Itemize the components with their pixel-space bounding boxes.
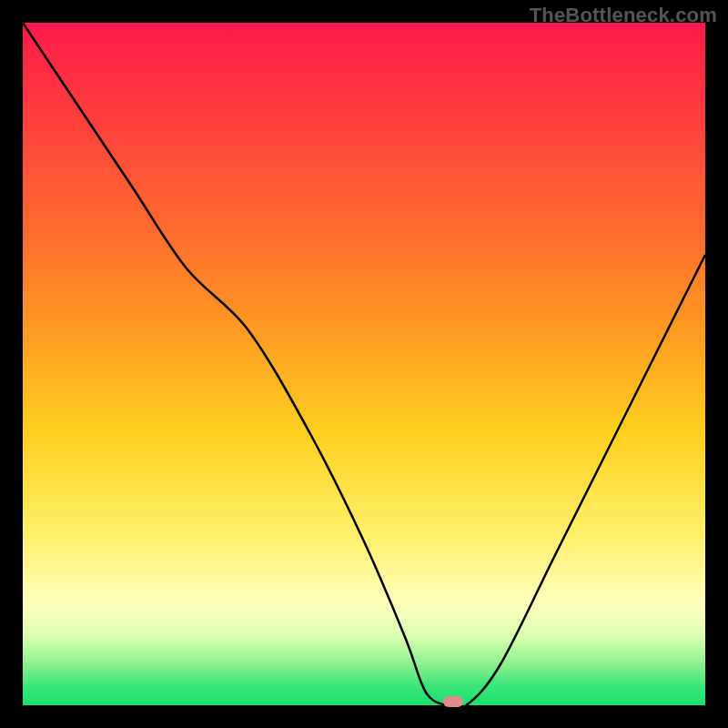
optimal-marker	[443, 696, 463, 707]
bottleneck-curve	[23, 23, 705, 705]
curve-svg	[23, 23, 705, 705]
plot-area	[23, 23, 705, 705]
chart-frame: TheBottleneck.com	[0, 0, 728, 728]
watermark-text: TheBottleneck.com	[530, 4, 717, 27]
